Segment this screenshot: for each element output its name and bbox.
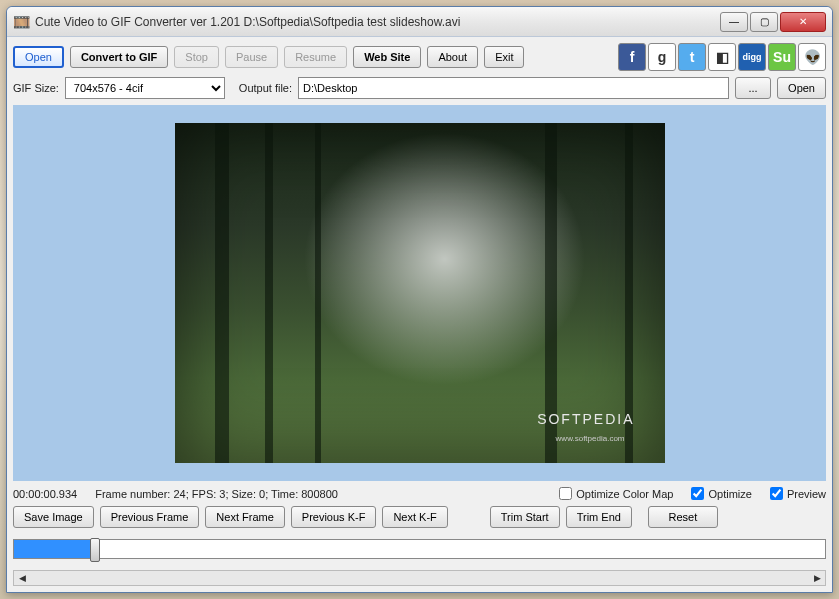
frame-controls: Save Image Previous Frame Next Frame Pre… bbox=[13, 506, 826, 528]
facebook-icon[interactable]: f bbox=[618, 43, 646, 71]
reddit-icon[interactable]: 👽 bbox=[798, 43, 826, 71]
preview-checkbox[interactable]: Preview bbox=[770, 487, 826, 500]
exit-button[interactable]: Exit bbox=[484, 46, 524, 68]
browse-button[interactable]: ... bbox=[735, 77, 771, 99]
optimize-colormap-input[interactable] bbox=[559, 487, 572, 500]
twitter-icon[interactable]: t bbox=[678, 43, 706, 71]
delicious-icon[interactable]: ◧ bbox=[708, 43, 736, 71]
previous-frame-button[interactable]: Previous Frame bbox=[100, 506, 200, 528]
next-keyframe-button[interactable]: Next K-F bbox=[382, 506, 447, 528]
next-frame-button[interactable]: Next Frame bbox=[205, 506, 284, 528]
options-toolbar: GIF Size: 704x576 - 4cif Output file: ..… bbox=[13, 77, 826, 99]
optimize-checkbox[interactable]: Optimize bbox=[691, 487, 751, 500]
resume-button[interactable]: Resume bbox=[284, 46, 347, 68]
google-icon[interactable]: g bbox=[648, 43, 676, 71]
trim-start-button[interactable]: Trim Start bbox=[490, 506, 560, 528]
optimize-colormap-checkbox[interactable]: Optimize Color Map bbox=[559, 487, 673, 500]
output-path-input[interactable] bbox=[298, 77, 729, 99]
horizontal-scrollbar[interactable]: ◀ ▶ bbox=[13, 570, 826, 586]
app-window: 🎞️ Cute Video to GIF Converter ver 1.201… bbox=[6, 6, 833, 593]
window-title: Cute Video to GIF Converter ver 1.201 D:… bbox=[35, 15, 720, 29]
slider-fill bbox=[14, 540, 95, 558]
stumbleupon-icon[interactable]: Su bbox=[768, 43, 796, 71]
app-icon: 🎞️ bbox=[13, 14, 29, 30]
website-button[interactable]: Web Site bbox=[353, 46, 421, 68]
status-row: 00:00:00.934 Frame number: 24; FPS: 3; S… bbox=[13, 487, 826, 500]
titlebar[interactable]: 🎞️ Cute Video to GIF Converter ver 1.201… bbox=[7, 7, 832, 37]
open-output-button[interactable]: Open bbox=[777, 77, 826, 99]
pause-button[interactable]: Pause bbox=[225, 46, 278, 68]
timeline-slider-row bbox=[13, 534, 826, 564]
previous-keyframe-button[interactable]: Previous K-F bbox=[291, 506, 377, 528]
maximize-button[interactable]: ▢ bbox=[750, 12, 778, 32]
gifsize-select[interactable]: 704x576 - 4cif bbox=[65, 77, 225, 99]
time-display: 00:00:00.934 bbox=[13, 488, 77, 500]
output-label: Output file: bbox=[239, 82, 292, 94]
scroll-right-icon[interactable]: ▶ bbox=[809, 571, 825, 585]
preview-area: SOFTPEDIA www.softpedia.com bbox=[13, 105, 826, 481]
watermark-subtext: www.softpedia.com bbox=[556, 434, 625, 443]
scroll-left-icon[interactable]: ◀ bbox=[14, 571, 30, 585]
social-bar: fgt◧diggSu👽 bbox=[618, 43, 826, 71]
watermark-text: SOFTPEDIA bbox=[537, 411, 634, 427]
timeline-slider[interactable] bbox=[13, 539, 826, 559]
convert-button[interactable]: Convert to GIF bbox=[70, 46, 168, 68]
window-controls: — ▢ ✕ bbox=[720, 12, 826, 32]
save-image-button[interactable]: Save Image bbox=[13, 506, 94, 528]
trim-end-button[interactable]: Trim End bbox=[566, 506, 632, 528]
reset-button[interactable]: Reset bbox=[648, 506, 718, 528]
frame-info: Frame number: 24; FPS: 3; Size: 0; Time:… bbox=[95, 488, 338, 500]
close-button[interactable]: ✕ bbox=[780, 12, 826, 32]
open-button[interactable]: Open bbox=[13, 46, 64, 68]
client-area: Open Convert to GIF Stop Pause Resume We… bbox=[7, 37, 832, 592]
stop-button[interactable]: Stop bbox=[174, 46, 219, 68]
gifsize-label: GIF Size: bbox=[13, 82, 59, 94]
main-toolbar: Open Convert to GIF Stop Pause Resume We… bbox=[13, 43, 826, 71]
about-button[interactable]: About bbox=[427, 46, 478, 68]
slider-thumb[interactable] bbox=[90, 538, 100, 562]
optimize-input[interactable] bbox=[691, 487, 704, 500]
preview-input[interactable] bbox=[770, 487, 783, 500]
minimize-button[interactable]: — bbox=[720, 12, 748, 32]
digg-icon[interactable]: digg bbox=[738, 43, 766, 71]
video-frame-preview: SOFTPEDIA www.softpedia.com bbox=[175, 123, 665, 463]
